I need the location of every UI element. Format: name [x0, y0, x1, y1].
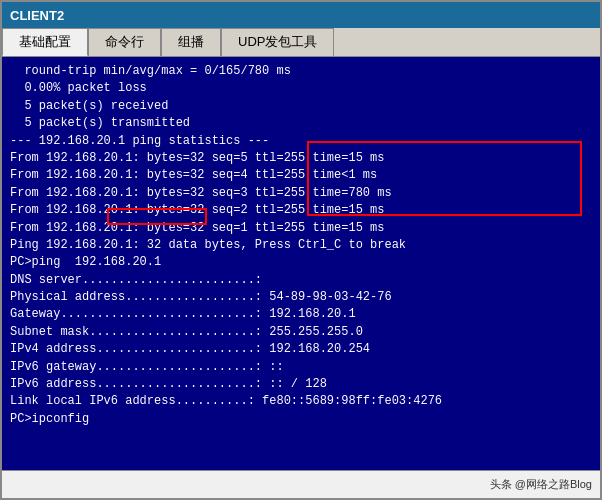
terminal-line: Physical address..................: 54-8…	[10, 289, 592, 306]
tab-multicast[interactable]: 组播	[161, 28, 221, 56]
terminal-line: Link local IPv6 address..........: fe80:…	[10, 393, 592, 410]
terminal-line: PC>ipconfig	[10, 411, 592, 428]
terminal-line: Subnet mask.......................: 255.…	[10, 324, 592, 341]
terminal-line: From 192.168.20.1: bytes=32 seq=3 ttl=25…	[10, 185, 592, 202]
terminal-line: 0.00% packet loss	[10, 80, 592, 97]
tab-bar: 基础配置 命令行 组播 UDP发包工具	[2, 28, 600, 57]
terminal-line: From 192.168.20.1: bytes=32 seq=4 ttl=25…	[10, 167, 592, 184]
terminal-line: 5 packet(s) received	[10, 98, 592, 115]
tab-udp-tool[interactable]: UDP发包工具	[221, 28, 334, 56]
title-bar: CLIENT2	[2, 2, 600, 28]
terminal-line: Gateway...........................: 192.…	[10, 306, 592, 323]
main-window: CLIENT2 基础配置 命令行 组播 UDP发包工具 round-trip m…	[0, 0, 602, 500]
terminal-line: Ping 192.168.20.1: 32 data bytes, Press …	[10, 237, 592, 254]
terminal-line: From 192.168.20.1: bytes=32 seq=2 ttl=25…	[10, 202, 592, 219]
terminal-line: round-trip min/avg/max = 0/165/780 ms	[10, 63, 592, 80]
terminal-line: From 192.168.20.1: bytes=32 seq=5 ttl=25…	[10, 150, 592, 167]
terminal-line: From 192.168.20.1: bytes=32 seq=1 ttl=25…	[10, 220, 592, 237]
terminal-line: IPv4 address......................: 192.…	[10, 341, 592, 358]
terminal-line: --- 192.168.20.1 ping statistics ---	[10, 133, 592, 150]
terminal-line: IPv6 gateway......................: ::	[10, 359, 592, 376]
terminal-area[interactable]: round-trip min/avg/max = 0/165/780 ms 0.…	[2, 57, 600, 470]
terminal-line: IPv6 address......................: :: /…	[10, 376, 592, 393]
watermark-text: 头条 @网络之路Blog	[490, 477, 592, 492]
footer-bar: 头条 @网络之路Blog	[2, 470, 600, 498]
terminal-line: DNS server........................:	[10, 272, 592, 289]
terminal-line: 5 packet(s) transmitted	[10, 115, 592, 132]
tab-basic-config[interactable]: 基础配置	[2, 28, 88, 56]
terminal-line: PC>ping 192.168.20.1	[10, 254, 592, 271]
tab-command-line[interactable]: 命令行	[88, 28, 161, 56]
window-title: CLIENT2	[10, 8, 64, 23]
